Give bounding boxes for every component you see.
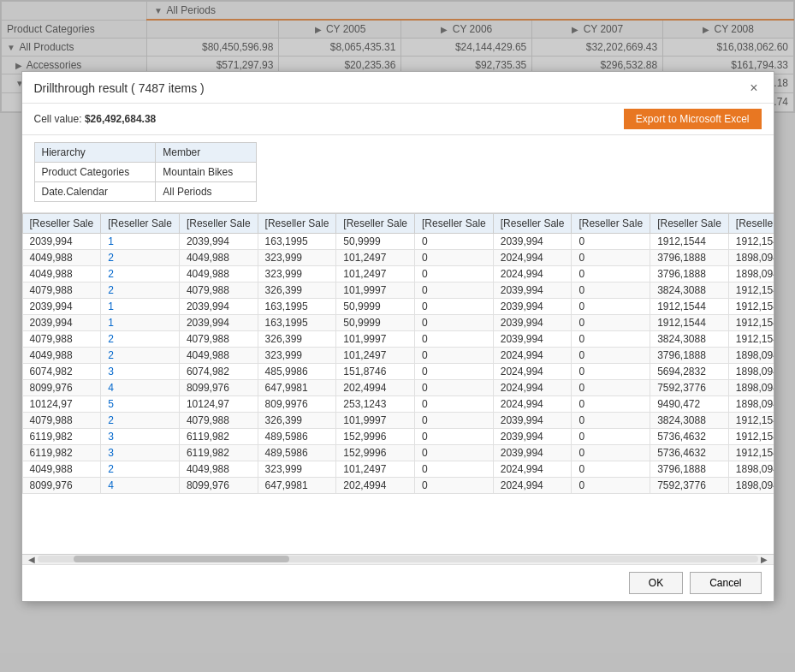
ok-button[interactable]: OK [629, 572, 683, 594]
modal-overlay: Drillthrough result ( 7487 items ) × Cel… [0, 0, 795, 672]
hierarchy-table: Hierarchy Member Product Categories Moun… [34, 142, 257, 202]
dt-col-7: [Reseller Sale [572, 213, 650, 233]
close-button[interactable]: × [746, 80, 761, 96]
drillthrough-area: [Reseller Sale [Reseller Sale [Reseller … [22, 212, 774, 564]
table-row: 4049,98824049,988323,999101,249702024,99… [22, 461, 774, 477]
table-row: 4049,98824049,988323,999101,249702024,99… [22, 249, 774, 265]
table-row: 4049,98824049,988323,999101,249702024,99… [22, 265, 774, 282]
hierarchy-col-header: Hierarchy [34, 142, 156, 162]
modal-header: Drillthrough result ( 7487 items ) × [22, 72, 774, 104]
table-row: 8099,97648099,976647,9981202,499402024,9… [22, 477, 774, 493]
dt-col-5: [Reseller Sale [415, 213, 494, 233]
dt-col-0: [Reseller Sale [22, 213, 101, 233]
modal-footer: OK Cancel [22, 564, 774, 601]
horizontal-scrollbar[interactable]: ◀ ▶ [22, 554, 774, 564]
scroll-right-arrow[interactable]: ▶ [758, 555, 770, 564]
hierarchy-row-product: Product Categories Mountain Bikes [34, 162, 256, 181]
table-row: 2039,99412039,994163,199550,999902039,99… [22, 314, 774, 330]
table-row: 2039,99412039,994163,199550,999902039,99… [22, 298, 774, 314]
hierarchy-row-date: Date.Calendar All Periods [34, 181, 256, 201]
drillthrough-table: [Reseller Sale [Reseller Sale [Reseller … [22, 213, 774, 494]
table-row: 8099,97648099,976647,9981202,499402024,9… [22, 379, 774, 395]
dt-col-2: [Reseller Sale [179, 213, 258, 233]
scroll-track[interactable] [38, 556, 758, 562]
scroll-thumb[interactable] [74, 556, 290, 562]
member-col-header: Member [156, 142, 256, 162]
table-row: 4079,98824079,988326,399101,999702039,99… [22, 412, 774, 428]
table-row: 6119,98236119,982489,5986152,999602039,9… [22, 444, 774, 461]
table-row: 2039,99412039,994163,199550,999902039,99… [22, 233, 774, 249]
dt-col-1: [Reseller Sale [101, 213, 180, 233]
dt-col-6: [Reseller Sale [493, 213, 572, 233]
cancel-button[interactable]: Cancel [690, 572, 761, 594]
cell-value-label: Cell value: $26,492,684.38 [34, 113, 157, 125]
hierarchy-section: Hierarchy Member Product Categories Moun… [22, 135, 774, 209]
dt-col-8: [Reseller Sale [650, 213, 729, 233]
table-row: 6119,98236119,982489,5986152,999602039,9… [22, 428, 774, 444]
scroll-left-arrow[interactable]: ◀ [26, 555, 38, 564]
export-excel-button[interactable]: Export to Microsoft Excel [624, 109, 762, 129]
dt-col-9: [Reseller Sale [728, 213, 773, 233]
table-row: 4079,98824079,988326,399101,999702039,99… [22, 330, 774, 347]
cell-value-row: Cell value: $26,492,684.38 Export to Mic… [22, 104, 774, 135]
dt-col-3: [Reseller Sale [258, 213, 336, 233]
dt-col-4: [Reseller Sale [336, 213, 415, 233]
table-row: 4049,98824049,988323,999101,249702024,99… [22, 347, 774, 363]
modal-title: Drillthrough result ( 7487 items ) [34, 81, 205, 95]
drillthrough-scroll[interactable]: [Reseller Sale [Reseller Sale [Reseller … [22, 213, 774, 554]
table-row: 4079,98824079,988326,399101,999702039,99… [22, 282, 774, 298]
table-row: 10124,97510124,97809,9976253,124302024,9… [22, 395, 774, 412]
drillthrough-modal: Drillthrough result ( 7487 items ) × Cel… [21, 71, 774, 602]
table-row: 6074,98236074,982485,9986151,874602024,9… [22, 363, 774, 379]
